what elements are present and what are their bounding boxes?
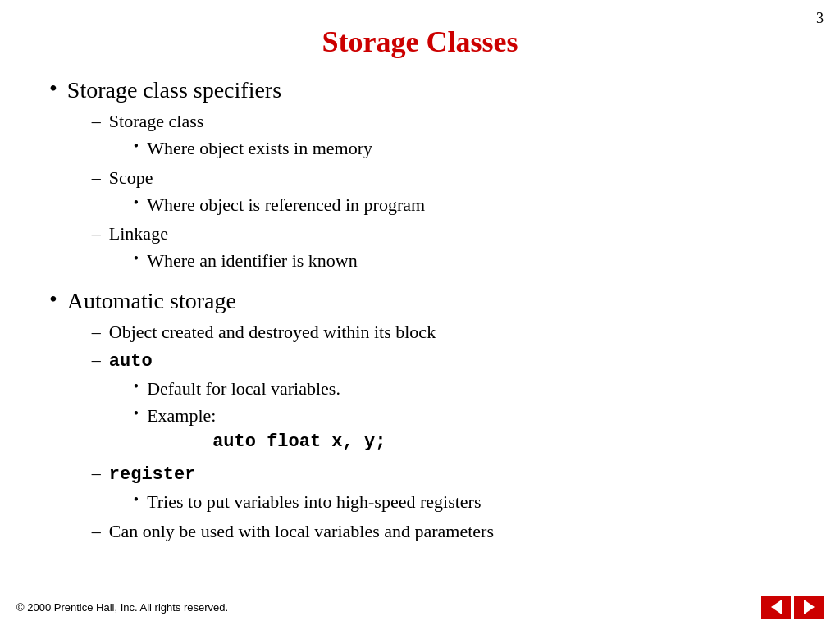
item-linkage: Linkage • Where an identifier is known — [109, 221, 358, 276]
dash-icon: – — [92, 109, 101, 135]
main-list: • Storage class specifiers – Storage cla… — [49, 74, 791, 547]
copyright-text: © 2000 Prentice Hall, Inc. All rights re… — [16, 601, 228, 614]
page-number: 3 — [816, 10, 824, 27]
code-example: auto float x, y; — [212, 430, 386, 455]
sub-bullet-icon: • — [134, 404, 139, 424]
section1-list: – Storage class • Where object exists in… — [67, 109, 425, 276]
linkage-label: Linkage — [109, 223, 168, 244]
linkage-subs: • Where an identifier is known — [109, 249, 358, 274]
item-scope: Scope • Where object is referenced in pr… — [109, 166, 425, 220]
auto-desc: Object created and destroyed within its … — [109, 320, 436, 345]
next-button[interactable] — [794, 596, 824, 619]
register-keyword: register — [109, 464, 196, 485]
list-item: • Example: auto float x, y; — [134, 404, 386, 458]
bullet-1: • — [49, 74, 57, 103]
linkage-sub1: Where an identifier is known — [147, 249, 358, 274]
auto-example: Example: auto float x, y; — [147, 404, 386, 458]
list-item: – Linkage • Where an identifier is known — [92, 221, 425, 276]
list-item: • Default for local variables. — [134, 377, 386, 402]
dash-icon: – — [92, 221, 101, 247]
list-item: – Scope • Where object is referenced in … — [92, 166, 425, 220]
dash-icon: – — [92, 166, 101, 191]
dash-icon: – — [92, 348, 101, 373]
section1-title: Storage class specifiers — [67, 77, 281, 103]
sub-bullet-icon: • — [134, 193, 139, 213]
local-vars-desc: Can only be used with local variables an… — [109, 519, 494, 545]
list-item: • Where object exists in memory — [134, 136, 372, 162]
list-item: • Tries to put variables into high-speed… — [134, 490, 482, 515]
bullet-2: • — [49, 285, 57, 314]
sub-bullet-icon: • — [134, 377, 139, 397]
section2-title: Automatic storage — [67, 288, 236, 313]
scope-subs: • Where object is referenced in program — [109, 193, 425, 218]
sub-bullet-icon: • — [134, 136, 139, 157]
list-item: • Where an identifier is known — [134, 249, 358, 274]
section1-content: Storage class specifiers – Storage class… — [67, 74, 425, 278]
section2-list: – Object created and destroyed within it… — [67, 320, 494, 544]
register-keyword-block: register • Tries to put variables into h… — [109, 461, 482, 517]
sub-bullet-icon: • — [134, 249, 139, 269]
sub-bullet-icon: • — [134, 490, 139, 510]
list-item: • Where object is referenced in program — [134, 193, 425, 218]
register-sub1: Tries to put variables into high-speed r… — [147, 490, 481, 515]
slide-title: Storage Classes — [49, 25, 791, 59]
prev-arrow-icon — [771, 600, 782, 614]
scope-sub1: Where object is referenced in program — [147, 193, 425, 218]
prev-button[interactable] — [761, 596, 791, 619]
list-item: – Storage class • Where object exists in… — [92, 109, 425, 163]
list-item-auto: – auto • Default for local variables. — [92, 348, 494, 459]
auto-subs: • Default for local variables. • Example… — [109, 377, 386, 457]
footer: © 2000 Prentice Hall, Inc. All rights re… — [0, 596, 840, 619]
auto-keyword-block: auto • Default for local variables. • — [109, 348, 386, 459]
scope-label: Scope — [109, 167, 153, 188]
dash-icon: – — [92, 519, 101, 545]
slide-content: • Storage class specifiers – Storage cla… — [49, 74, 791, 547]
dash-icon: – — [92, 320, 101, 345]
list-item-local: – Can only be used with local variables … — [92, 519, 494, 545]
nav-buttons — [761, 596, 824, 619]
next-arrow-icon — [804, 600, 815, 614]
auto-keyword: auto — [109, 351, 153, 372]
slide: 3 Storage Classes • Storage class specif… — [0, 0, 840, 630]
storage-class-sub1: Where object exists in memory — [147, 136, 372, 162]
example-label: Example: — [147, 405, 216, 426]
list-item-register: – register • Tries to put variables into… — [92, 461, 494, 517]
storage-class-subs: • Where object exists in memory — [109, 136, 372, 162]
list-item: – Object created and destroyed within it… — [92, 320, 494, 345]
list-item-1: • Storage class specifiers – Storage cla… — [49, 74, 791, 278]
dash-icon: – — [92, 461, 101, 486]
auto-sub1: Default for local variables. — [147, 377, 340, 402]
register-subs: • Tries to put variables into high-speed… — [109, 490, 482, 515]
item-storage-class: Storage class • Where object exists in m… — [109, 109, 372, 163]
list-item-2: • Automatic storage – Object created and… — [49, 285, 791, 547]
section2-content: Automatic storage – Object created and d… — [67, 285, 494, 547]
storage-class-label: Storage class — [109, 111, 203, 131]
